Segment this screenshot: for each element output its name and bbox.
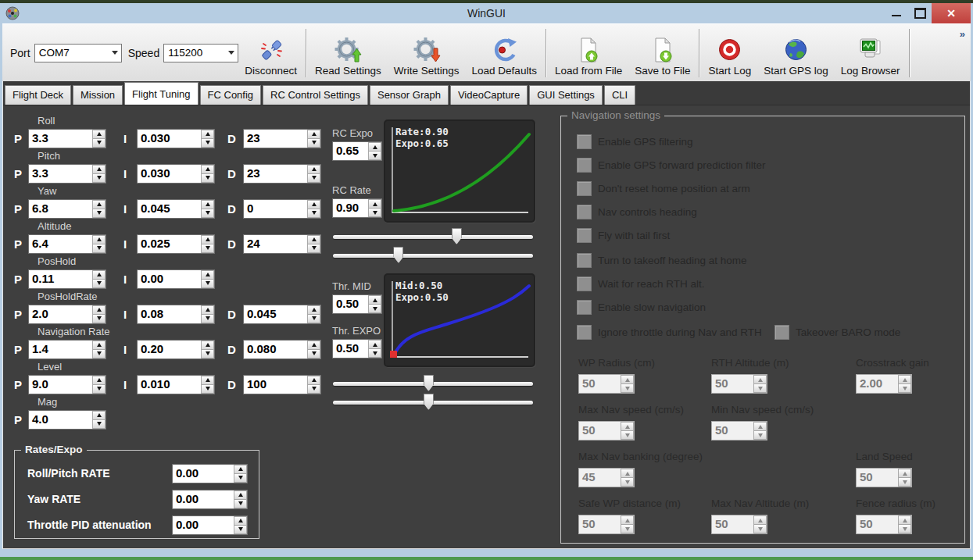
spinner-buttons[interactable] — [234, 490, 247, 508]
spin-up-button[interactable] — [368, 295, 381, 305]
spinner-buttons[interactable] — [234, 465, 247, 483]
spin-down-button[interactable] — [92, 280, 106, 288]
spin-down-button[interactable] — [201, 139, 214, 148]
tab-flight-deck[interactable]: Flight Deck — [5, 85, 71, 105]
rc-rate-spinner[interactable]: 0.90 — [332, 198, 382, 218]
checkbox-fly-tail-first[interactable]: Fly with tail first — [577, 226, 670, 244]
slider-thumb[interactable] — [393, 247, 403, 263]
tab-cli[interactable]: CLI — [604, 85, 635, 105]
spin-up-button[interactable] — [92, 165, 106, 174]
max-nav-banking-spinner[interactable]: 45 — [578, 468, 635, 487]
start-gps-log-button[interactable]: Start GPS log — [757, 27, 835, 80]
level-i-spinner[interactable]: 0.010 — [137, 375, 215, 394]
rth-altitude-spinner[interactable]: 50 — [711, 374, 767, 394]
land-speed-spinner[interactable]: 50 — [856, 468, 912, 487]
min-nav-speed-spinner[interactable]: 50 — [711, 421, 767, 441]
spin-down-button[interactable] — [307, 174, 320, 183]
save-to-file-button[interactable]: Save to File — [628, 27, 696, 80]
roll-p-spinner[interactable]: 3.3 — [28, 129, 106, 148]
level-p-spinner[interactable]: 9.0 — [28, 375, 106, 394]
spin-down-button[interactable] — [898, 384, 911, 393]
spin-down-button[interactable] — [234, 474, 247, 483]
spin-up-button[interactable] — [621, 422, 634, 431]
level-d-spinner[interactable]: 100 — [243, 375, 321, 394]
poshold-i-spinner[interactable]: 0.00 — [137, 269, 215, 289]
spin-down-button[interactable] — [92, 385, 106, 394]
spin-down-button[interactable] — [201, 244, 214, 253]
slider-track[interactable] — [333, 235, 533, 239]
spin-up-button[interactable] — [201, 130, 214, 139]
spinner-buttons[interactable] — [898, 515, 911, 533]
spin-up-button[interactable] — [234, 516, 247, 526]
spin-up-button[interactable] — [307, 341, 320, 350]
checkbox-icon[interactable] — [577, 325, 592, 340]
spin-down-button[interactable] — [753, 384, 767, 393]
tab-sensor-graph[interactable]: Sensor Graph — [370, 85, 449, 105]
slider-thumb[interactable] — [424, 375, 434, 391]
spin-down-button[interactable] — [307, 315, 320, 323]
spin-up-button[interactable] — [307, 200, 320, 209]
port-combobox[interactable]: COM7 — [34, 44, 122, 62]
spin-up-button[interactable] — [368, 340, 381, 349]
rc-expo-spinner[interactable]: 0.65 — [332, 141, 382, 161]
spinner-buttons[interactable] — [368, 340, 381, 358]
read-settings-button[interactable]: Read Settings — [309, 27, 388, 80]
mag-p-spinner[interactable]: 4.0 — [28, 410, 106, 430]
disconnect-button[interactable]: Disconnect — [238, 27, 303, 80]
checkbox-nav-controls-heading[interactable]: Nav controls heading — [577, 202, 697, 221]
yaw-p-spinner[interactable]: 6.8 — [28, 199, 106, 219]
spin-up-button[interactable] — [368, 199, 381, 209]
minimize-button[interactable] — [885, 3, 908, 23]
port-dropdown-button[interactable] — [109, 45, 121, 62]
spin-up-button[interactable] — [201, 165, 214, 174]
spin-down-button[interactable] — [621, 431, 634, 440]
spin-down-button[interactable] — [753, 431, 767, 440]
spin-down-button[interactable] — [307, 350, 320, 358]
spinner-buttons[interactable] — [621, 375, 634, 393]
posholdrate-p-spinner[interactable]: 2.0 — [28, 305, 106, 324]
spin-down-button[interactable] — [92, 139, 106, 148]
log-browser-button[interactable]: Log Browser — [835, 27, 907, 80]
pitch-d-spinner[interactable]: 23 — [243, 164, 321, 184]
fence-radius-spinner[interactable]: 50 — [856, 515, 912, 534]
spin-down-button[interactable] — [621, 478, 634, 487]
close-button[interactable]: ✕ — [932, 3, 971, 23]
spin-down-button[interactable] — [234, 500, 247, 508]
spin-up-button[interactable] — [201, 305, 214, 315]
rc-rate-slider[interactable] — [333, 228, 533, 245]
checkbox-icon[interactable] — [774, 325, 789, 340]
spinner-buttons[interactable] — [201, 165, 214, 183]
spinner-buttons[interactable] — [307, 165, 320, 183]
spin-up-button[interactable] — [92, 200, 106, 209]
spin-down-button[interactable] — [201, 315, 214, 323]
pitch-p-spinner[interactable]: 3.3 — [28, 164, 106, 184]
tab-mission[interactable]: Mission — [73, 85, 123, 105]
spinner-buttons[interactable] — [307, 200, 320, 218]
spinner-buttons[interactable] — [201, 376, 214, 394]
max-nav-altitude-spinner[interactable]: 50 — [711, 515, 767, 534]
spin-down-button[interactable] — [368, 305, 381, 313]
spin-down-button[interactable] — [201, 174, 214, 183]
navrate-p-spinner[interactable]: 1.4 — [28, 340, 106, 359]
spin-up-button[interactable] — [307, 235, 320, 244]
spin-down-button[interactable] — [92, 244, 106, 253]
spinner-buttons[interactable] — [898, 469, 911, 487]
roll-i-spinner[interactable]: 0.030 — [137, 129, 215, 148]
navrate-i-spinner[interactable]: 0.20 — [137, 340, 215, 359]
thr-mid-spinner[interactable]: 0.50 — [332, 294, 382, 314]
spin-up-button[interactable] — [307, 305, 320, 315]
spin-up-button[interactable] — [898, 469, 911, 478]
spinner-buttons[interactable] — [753, 422, 767, 440]
spin-down-button[interactable] — [307, 244, 320, 253]
tab-rc-control-settings[interactable]: RC Control Settings — [263, 85, 368, 105]
spin-up-button[interactable] — [201, 376, 214, 385]
checkbox-icon[interactable] — [577, 205, 592, 219]
spin-down-button[interactable] — [201, 280, 214, 288]
spinner-buttons[interactable] — [201, 341, 214, 358]
throttle-pid-attenuation-spinner[interactable]: 0.00 — [172, 515, 248, 535]
spin-down-button[interactable] — [92, 174, 106, 183]
checkbox-gps-forward-prediction[interactable]: Enable GPS forward prediction filter — [577, 155, 766, 174]
checkbox-dont-reset-home[interactable]: Don't reset home position at arm — [577, 179, 750, 198]
poshold-p-spinner[interactable]: 0.11 — [28, 269, 106, 289]
crosstrack-gain-spinner[interactable]: 2.00 — [856, 374, 912, 394]
